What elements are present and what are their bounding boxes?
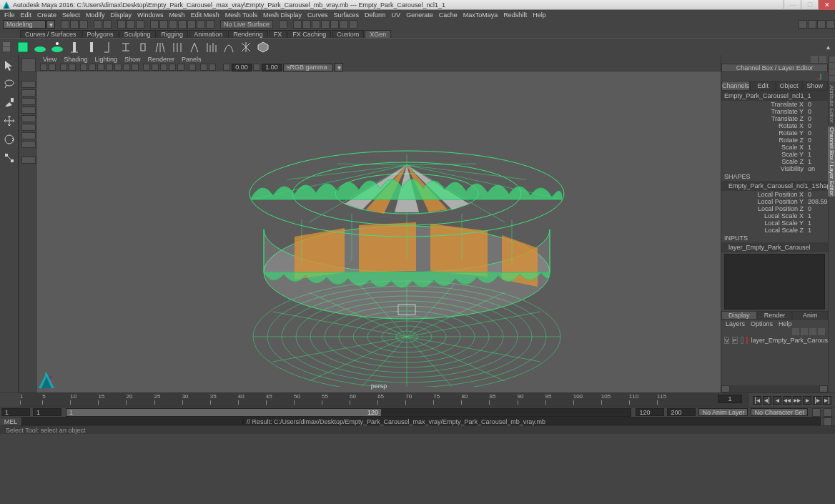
menu-uv[interactable]: UV <box>392 11 401 19</box>
render-view-icon[interactable] <box>340 20 348 29</box>
menu-mesh[interactable]: Mesh <box>169 11 185 19</box>
xgen-btn-5[interactable] <box>84 40 99 54</box>
rotate-tool[interactable] <box>2 132 16 147</box>
attr-editor-label[interactable]: Attribute Editor <box>829 85 835 123</box>
vp-safe-title-icon[interactable] <box>132 64 139 71</box>
mode-dropdown[interactable]: Modeling <box>3 20 46 29</box>
snap-view-icon[interactable] <box>197 20 205 29</box>
vp-textured-icon[interactable] <box>160 64 167 71</box>
vp-wire-icon[interactable] <box>143 64 150 71</box>
layer-tab-anim[interactable]: Anim <box>792 311 828 320</box>
character-set-dropdown[interactable]: No Character Set <box>751 408 808 416</box>
cb-shape-attr-value[interactable]: 1 <box>806 227 828 234</box>
range-end-inner[interactable]: 120 <box>636 408 664 416</box>
shelf-tab-fx[interactable]: FX <box>269 30 287 38</box>
cmd-input[interactable] <box>21 417 243 425</box>
go-to-start-button[interactable]: |◂ <box>753 396 761 405</box>
vp-grid-icon[interactable] <box>80 64 87 71</box>
cb-input-name[interactable]: layer_Empty_Park_Carousel <box>721 242 828 252</box>
panel-layout4-icon[interactable] <box>826 20 835 29</box>
cb-shape-attr-value[interactable]: 0 <box>806 205 828 212</box>
current-frame-field[interactable]: 1 <box>718 395 742 403</box>
vp-select-camera-icon[interactable] <box>40 64 47 71</box>
script-editor-icon[interactable] <box>824 417 832 426</box>
cb-attr-value[interactable]: 0 <box>806 137 828 144</box>
layer-menu-layers[interactable]: Layers <box>726 320 745 327</box>
layer-scroll-right-icon[interactable] <box>819 385 828 392</box>
scale-tool[interactable] <box>2 151 16 165</box>
vp-camera-icon[interactable] <box>49 64 56 71</box>
cb-shape-attr-value[interactable]: 0 <box>806 191 828 198</box>
auto-keyframe-icon[interactable] <box>812 408 821 417</box>
layer-name[interactable]: layer_Empty_Park_Carous <box>751 337 828 344</box>
xgen-btn-2[interactable] <box>33 40 47 54</box>
cg-history-icon[interactable] <box>293 20 302 29</box>
xgen-btn-11[interactable] <box>187 40 202 54</box>
menu-meshtools[interactable]: Mesh Tools <box>225 11 257 19</box>
last-tool-icon[interactable] <box>21 157 36 164</box>
xgen-btn-12[interactable] <box>204 40 219 54</box>
time-slider[interactable]: 1 15101520253035404550556065707580859095… <box>20 393 749 407</box>
menu-windows[interactable]: Windows <box>137 11 164 19</box>
menu-editmesh[interactable]: Edit Mesh <box>191 11 219 19</box>
xgen-btn-8[interactable] <box>136 40 150 54</box>
menu-display[interactable]: Display <box>111 11 132 19</box>
snap-live-icon[interactable] <box>187 20 196 29</box>
snap-point-icon[interactable] <box>169 20 177 29</box>
close-button[interactable]: ✕ <box>818 0 835 10</box>
vp-menu-view[interactable]: View <box>43 56 56 63</box>
range-start-inner[interactable]: 1 <box>33 408 61 416</box>
cb-object-name[interactable]: Empty_Park_Carousel_ncl1_1 <box>721 91 828 101</box>
channel-box-collapsed-label[interactable]: Channel Box / Layer Editor <box>828 127 835 197</box>
step-forward-key-button[interactable]: |▸ <box>813 396 821 405</box>
make-live-icon[interactable] <box>206 20 214 29</box>
cb-attr-value[interactable]: 0 <box>806 108 828 115</box>
select-hierarchy-icon[interactable] <box>117 20 126 29</box>
layer-new-empty-icon[interactable] <box>809 328 816 335</box>
xgen-btn-3[interactable] <box>50 40 64 54</box>
xgen-btn-1[interactable] <box>16 40 30 54</box>
layer-scroll-left-icon[interactable] <box>721 385 730 392</box>
ipr-render-icon[interactable] <box>312 20 320 29</box>
tool-settings-toggle-icon[interactable] <box>829 69 835 75</box>
xgen-btn-14[interactable] <box>239 40 253 54</box>
select-tool[interactable] <box>2 58 16 72</box>
xgen-btn-10[interactable] <box>170 40 184 54</box>
undo-icon[interactable] <box>94 20 102 29</box>
menu-curves[interactable]: Curves <box>307 11 328 19</box>
layer-tab-display[interactable]: Display <box>721 311 757 320</box>
cmd-lang-label[interactable]: MEL <box>0 418 21 425</box>
shelf-tab-custom[interactable]: Custom <box>332 30 364 38</box>
channel-box-toggle-icon[interactable] <box>829 76 835 81</box>
maximize-button[interactable]: ☐ <box>801 0 818 10</box>
vp-xray-icon[interactable] <box>200 64 207 71</box>
move-tool[interactable] <box>2 114 16 128</box>
vp-exposure-field[interactable]: 0.00 <box>232 64 252 71</box>
vp-lights-icon[interactable] <box>169 64 176 71</box>
layer-playback-toggle[interactable]: P <box>732 337 737 344</box>
shelf-tab-rigging[interactable]: Rigging <box>157 30 189 38</box>
shelf-options-icon[interactable] <box>3 47 10 51</box>
toggle-isolate-icon[interactable] <box>279 20 287 29</box>
step-back-button[interactable]: ◂ <box>773 396 781 405</box>
layout-icon-3[interactable] <box>21 98 36 105</box>
layer-display-type-toggle[interactable] <box>741 337 743 344</box>
vp-gamma-field[interactable]: 1.00 <box>262 64 282 71</box>
vp-res-gate-icon[interactable] <box>97 64 104 71</box>
shelf-tab-animation[interactable]: Animation <box>189 30 227 38</box>
shelf-tab-xgen[interactable]: XGen <box>365 30 391 38</box>
cb-tab-object[interactable]: Object <box>776 81 801 91</box>
vp-color-space-dropdown[interactable]: sRGB gamma <box>283 64 333 71</box>
panel-layout2-icon[interactable] <box>808 20 816 29</box>
menu-modify[interactable]: Modify <box>86 11 105 19</box>
no-live-surface[interactable]: No Live Surface <box>220 20 273 29</box>
play-back-button[interactable]: ◂◂ <box>783 396 791 405</box>
layout-icon-6[interactable] <box>21 124 36 131</box>
layer-menu-options[interactable]: Options <box>751 320 773 327</box>
cb-tab-show[interactable]: Show <box>802 81 828 91</box>
layer-new-selected-icon[interactable] <box>818 328 825 335</box>
vp-field-chart-icon[interactable] <box>114 64 122 71</box>
layer-tab-render[interactable]: Render <box>757 311 793 320</box>
open-scene-icon[interactable] <box>70 20 79 29</box>
cb-attr-value[interactable]: 0 <box>806 129 828 137</box>
